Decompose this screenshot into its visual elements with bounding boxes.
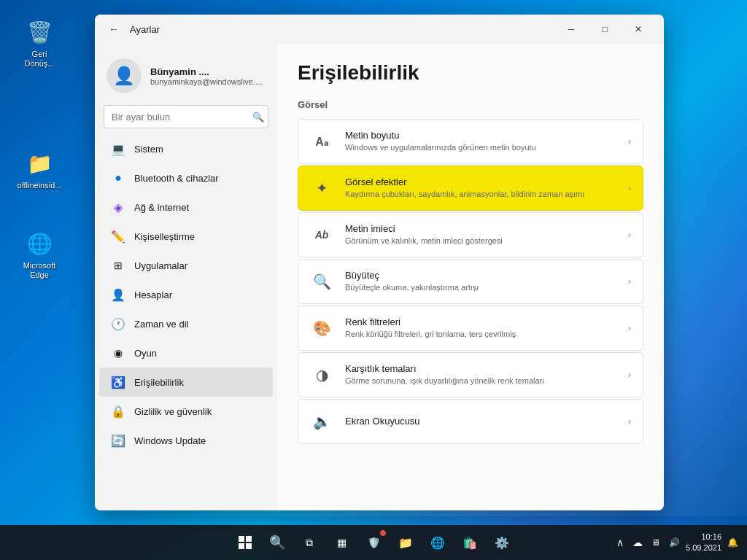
sidebar-item-uygulamalar[interactable]: ⊞ Uygulamalar [99,251,273,280]
metin-imleci-icon: Ab [310,223,333,246]
avatar-icon: 👤 [113,66,135,86]
gorsel-efektler-chevron: › [628,183,631,193]
ekran-okuyucu-text: Ekran Okuyucusu [345,416,616,428]
sidebar-item-label: Erişilebilirlik [134,377,184,388]
settings-item-metin-imleci[interactable]: Ab Metin imleci Görünüm ve kalınlık, met… [298,212,643,257]
settings-window: ← Ayarlar ─ □ ✕ 👤 Bünyamin ... [95,15,664,510]
buyutec-title: Büyüteç [345,270,616,281]
sidebar-item-sistem[interactable]: 💻 Sistem [99,134,273,163]
metin-boyutu-text: Metin boyutu Windows ve uygulamalarınızd… [345,130,616,152]
search-box: 🔍 [104,105,268,128]
avatar: 👤 [107,58,142,93]
taskbar-clock[interactable]: 10:16 5.09.2021 [686,532,721,554]
sidebar-item-kisisel[interactable]: ✏️ Kişiselleştirme [99,222,273,251]
metin-imleci-desc: Görünüm ve kalınlık, metin imleci göster… [345,236,616,246]
metin-imleci-chevron: › [628,230,631,240]
metin-boyutu-chevron: › [628,136,631,147]
cloud-icon[interactable]: ☁ [630,534,646,551]
window-controls: ─ □ ✕ [554,18,655,41]
svg-rect-3 [246,543,252,549]
window-body: 👤 Bünyamin .... bunyaminkaya@windowslive… [95,44,664,510]
renk-filtreleri-chevron: › [628,323,631,333]
ekran-okuyucu-title: Ekran Okuyucusu [345,416,616,427]
sidebar-item-label: Hesaplar [134,289,172,300]
desktop-icon-folder[interactable]: 📁 offlineinsid... [13,146,66,193]
section-title: Görsel [298,99,643,110]
search-taskbar-button[interactable]: 🔍 [263,528,292,557]
sidebar-item-erisim[interactable]: ♿ Erişilebilirlik [99,368,273,397]
metin-boyutu-desc: Windows ve uygulamalarınızda görünen met… [345,142,616,152]
sidebar-item-label: Windows Update [134,435,206,446]
user-info: Bünyamin .... bunyaminkaya@windowslive.c… [150,66,266,86]
edge-taskbar-button[interactable]: 🌐 [423,528,452,557]
search-input[interactable] [104,105,268,128]
chevron-up-icon[interactable]: ∧ [614,534,627,551]
gorsel-efektler-desc: Kaydırma çubukları, saydamlık, animasyon… [345,189,616,199]
sidebar-item-update[interactable]: 🔄 Windows Update [99,426,273,455]
karsitlik-desc: Görme sorununa, ışık duyarlılığına yönel… [345,376,616,386]
page-title: Erişilebilirlik [298,61,643,85]
explorer-taskbar-button[interactable]: 📁 [391,528,420,557]
karsitlik-title: Karşıtlık temaları [345,363,616,374]
settings-item-gorsel-efektler[interactable]: ✦ Görsel efektler Kaydırma çubukları, sa… [298,166,643,211]
title-bar-nav: ← [104,19,124,39]
start-button[interactable] [231,528,260,557]
security-button[interactable]: 🛡️ [359,528,388,557]
widgets-button[interactable]: ▦ [327,528,356,557]
store-button[interactable]: 🛍️ [455,528,484,557]
user-name: Bünyamin .... [150,66,266,77]
sidebar-item-bluetooth[interactable]: ● Bluetooth & cihazlar [99,163,273,192]
sidebar-item-label: Bluetooth & cihazlar [134,173,219,184]
metin-boyutu-title: Metin boyutu [345,130,616,141]
sidebar-item-zaman[interactable]: 🕐 Zaman ve dil [99,309,273,338]
minimize-button[interactable]: ─ [554,18,588,41]
sidebar-item-label: Uygulamalar [134,260,187,271]
settings-item-buyutec[interactable]: 🔍 Büyüteç Büyüteçle okuma, yakınlaştırma… [298,259,643,304]
settings-item-ekran-okuyucu[interactable]: 🔈 Ekran Okuyucusu › [298,399,643,444]
settings-item-karsitlik[interactable]: ◑ Karşıtlık temaları Görme sorununa, ışı… [298,352,643,397]
karsitlik-icon: ◑ [310,363,333,386]
settings-taskbar-button[interactable]: ⚙️ [487,528,516,557]
sidebar-item-hesaplar[interactable]: 👤 Hesaplar [99,280,273,309]
taskbar-right: ∧ ☁ 🖥 🔊 10:16 5.09.2021 🔔 [614,532,741,554]
buyutec-chevron: › [628,276,631,287]
desktop-icon-edge[interactable]: 🌐 Microsoft Edge [13,226,66,283]
search-icon[interactable]: 🔍 [252,112,264,122]
date-display: 5.09.2021 [686,542,721,553]
main-content: Erişilebilirlik Görsel Aₐ Metin boyutu W… [277,44,664,510]
settings-list: Aₐ Metin boyutu Windows ve uygulamaların… [298,119,643,444]
user-profile[interactable]: 👤 Bünyamin .... bunyaminkaya@windowslive… [95,50,277,105]
svg-rect-2 [239,543,244,549]
settings-item-renk-filtreleri[interactable]: 🎨 Renk filtreleri Renk körlüğü filtreler… [298,306,643,351]
title-bar-left: ← Ayarlar [104,19,160,39]
volume-icon[interactable]: 🔊 [666,534,683,551]
buyutec-desc: Büyüteçle okuma, yakınlaştırma artışı [345,282,616,292]
sidebar-item-ag[interactable]: ◈ Ağ & internet [99,192,273,222]
user-email: bunyaminkaya@windowslive.com [150,77,266,86]
taskview-button[interactable]: ⧉ [295,528,324,557]
taskbar: 🔍 ⧉ ▦ 🛡️ 📁 🌐 🛍️ ⚙️ ∧ ☁ 🖥 🔊 10:16 5.09.20… [0,525,747,560]
sidebar-item-gizlilik[interactable]: 🔒 Gizlilik ve güvenlik [99,397,273,426]
sidebar-item-label: Sistem [134,144,163,155]
window-title: Ayarlar [130,24,160,35]
sistem-icon: 💻 [111,141,125,156]
windows-logo-icon [239,536,252,549]
desktop-icon-recycle-bin[interactable]: 🗑️ Geri Dönüş... [13,15,66,71]
gizlilik-icon: 🔒 [111,404,125,419]
settings-item-metin-boyutu[interactable]: Aₐ Metin boyutu Windows ve uygulamaların… [298,119,643,164]
uygulamalar-icon: ⊞ [111,258,125,273]
close-button[interactable]: ✕ [622,18,655,41]
zaman-icon: 🕐 [111,316,125,331]
back-button[interactable]: ← [104,19,124,39]
ag-icon: ◈ [111,200,125,214]
buyutec-icon: 🔍 [310,270,333,293]
display-icon[interactable]: 🖥 [649,534,663,551]
time-display: 10:16 [686,532,721,542]
sidebar-item-oyun[interactable]: ◉ Oyun [99,338,273,368]
gorsel-efektler-icon: ✦ [310,176,333,200]
sidebar-item-label: Oyun [134,348,157,359]
svg-rect-1 [246,536,252,542]
maximize-button[interactable]: □ [588,18,622,41]
notification-icon[interactable]: 🔔 [724,534,741,551]
update-icon: 🔄 [111,433,125,448]
